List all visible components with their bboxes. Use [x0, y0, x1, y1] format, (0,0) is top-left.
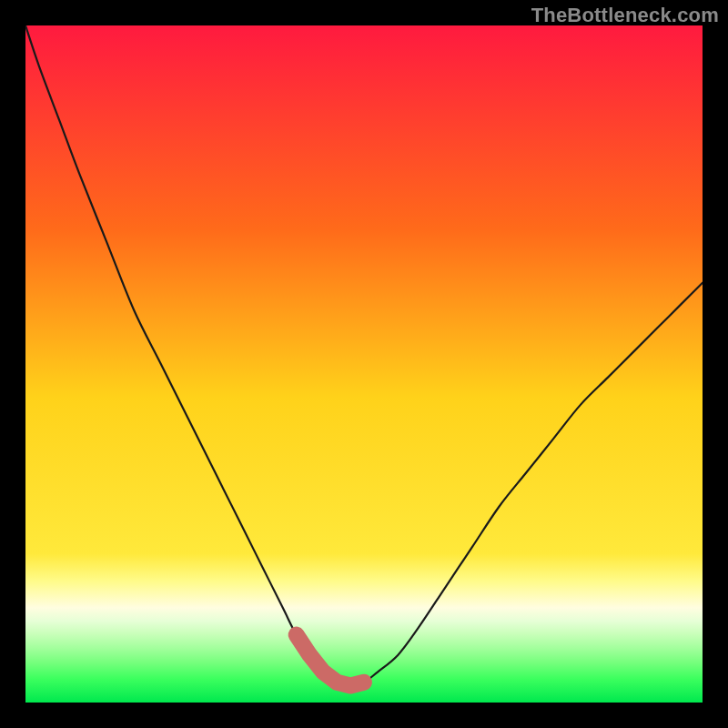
watermark-text: TheBottleneck.com	[531, 4, 719, 27]
bottleneck-chart	[25, 25, 703, 703]
chart-frame: TheBottleneck.com	[0, 0, 728, 728]
chart-background	[25, 25, 703, 703]
